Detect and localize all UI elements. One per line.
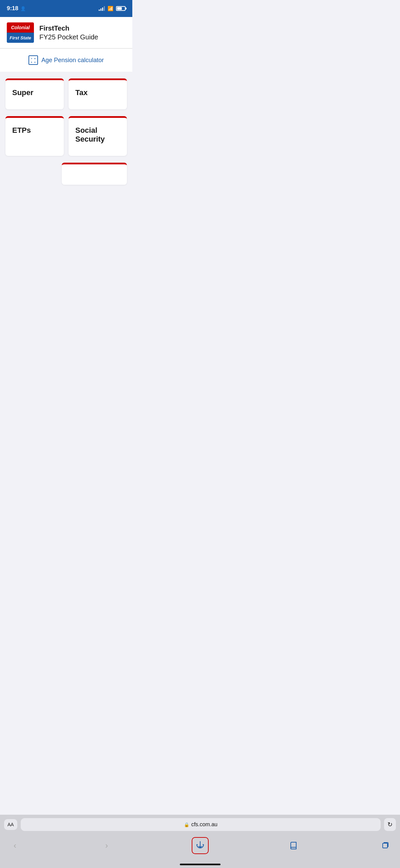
card-tax[interactable]: Tax: [69, 78, 127, 109]
signal-icon: [99, 6, 105, 11]
cfs-logo: Colonial First State: [7, 22, 34, 43]
battery-icon: [116, 6, 126, 11]
header-title: FirstTech: [39, 24, 98, 33]
card-super[interactable]: Super: [5, 78, 64, 109]
status-indicators: 📶: [99, 6, 126, 11]
header-text: FirstTech FY25 Pocket Guide: [39, 24, 98, 41]
card-etps[interactable]: ETPs: [5, 116, 64, 156]
wifi-icon: 📶: [108, 6, 113, 11]
logo-top-text: Colonial: [7, 22, 34, 33]
calculator-section: ÷ × + = Age Pension calculator: [0, 49, 132, 72]
spacer: [5, 163, 57, 185]
status-bar: 9:18 👤 📶: [0, 0, 132, 17]
card-super-label: Super: [12, 88, 33, 97]
card-tax-label: Tax: [75, 88, 88, 97]
calculator-link[interactable]: ÷ × + = Age Pension calculator: [28, 55, 104, 65]
header-subtitle: FY25 Pocket Guide: [39, 33, 98, 41]
card-etps-label: ETPs: [12, 126, 31, 134]
app-header: Colonial First State FirstTech FY25 Pock…: [0, 17, 132, 48]
person-icon: 👤: [20, 6, 26, 11]
card-row-2: ETPs Social Security: [5, 116, 127, 156]
card-row-3-partial: [5, 163, 127, 185]
time-display: 9:18: [7, 5, 18, 12]
status-time: 9:18 👤: [7, 5, 26, 12]
card-row-1: Super Tax: [5, 78, 127, 109]
logo-bottom-text: First State: [7, 33, 34, 43]
calculator-link-label: Age Pension calculator: [41, 57, 104, 64]
card-social-security-label: Social Security: [75, 126, 105, 143]
calculator-icon: ÷ × + =: [28, 55, 38, 65]
card-partial[interactable]: [62, 163, 127, 185]
main-content: Super Tax ETPs Social Security: [0, 72, 132, 239]
card-social-security[interactable]: Social Security: [69, 116, 127, 156]
